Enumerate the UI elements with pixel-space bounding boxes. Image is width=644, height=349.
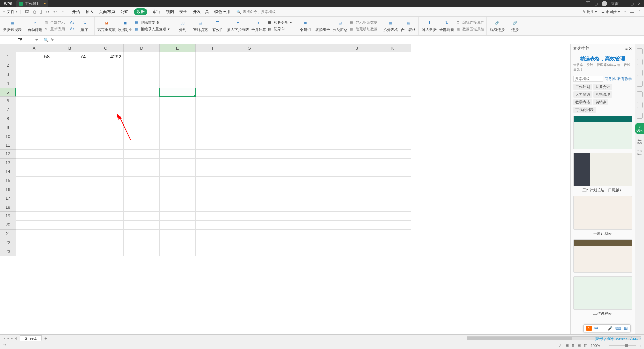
cell[interactable] [303,167,339,176]
cell[interactable] [196,105,231,114]
select-all-corner[interactable] [0,44,16,52]
show-all-button[interactable]: ▥全部显示 [44,20,65,25]
cell[interactable] [196,247,231,256]
record-button[interactable]: ▤记录单 [268,27,292,32]
cell[interactable] [52,194,88,203]
command-search[interactable]: 查找命令、搜索模板 [243,9,276,14]
cell[interactable] [267,230,303,238]
column-header[interactable]: B [52,44,88,52]
cell[interactable] [196,230,231,238]
cell[interactable] [16,123,52,132]
add-sheet-button[interactable]: + [44,336,47,341]
rail-more-icon[interactable] [637,113,643,119]
cell[interactable] [375,150,411,158]
help-icon[interactable]: ? [624,10,626,14]
cell[interactable] [88,203,124,212]
sync-button[interactable]: ☁ 未同步 ▾ [601,9,620,14]
cell[interactable] [88,221,124,230]
cell[interactable] [339,247,375,256]
cell[interactable] [267,114,303,123]
cell[interactable] [52,97,88,105]
cell[interactable] [124,167,160,176]
ime-voice-icon[interactable]: 🎤 [608,326,613,331]
cell[interactable] [375,221,411,230]
cell[interactable] [375,185,411,194]
cell[interactable] [375,230,411,238]
sheet-tab[interactable]: Sheet1 [20,335,42,341]
tab-devtools[interactable]: 开发工具 [193,9,209,15]
sheet-nav-next[interactable]: ▸ [11,336,13,340]
column-header[interactable]: E [160,44,196,52]
formula-input[interactable] [57,36,644,44]
cell[interactable] [52,159,88,167]
sheet-nav-first[interactable]: |◂ [3,336,5,340]
cell[interactable] [231,194,267,203]
row-header[interactable]: 20 [0,220,16,229]
cell[interactable] [303,132,339,141]
cell[interactable] [160,230,196,238]
tab-start[interactable]: 开始 [72,9,80,15]
cell[interactable] [303,150,339,158]
row-header[interactable]: 9 [0,123,16,132]
cell[interactable] [124,230,160,238]
flash-fill-button[interactable]: ▤智能填充 [192,18,208,34]
document-tab[interactable]: 工作簿1 • [16,0,48,7]
cell[interactable] [88,88,124,97]
cell[interactable] [267,79,303,88]
cell[interactable] [16,194,52,203]
ungroup-button[interactable]: ⊟取消组合 [315,18,331,34]
cell[interactable] [124,97,160,105]
cell[interactable] [124,52,160,61]
cell[interactable] [267,177,303,185]
pivot-table-button[interactable]: ▦数据透视表 [3,18,22,34]
cell[interactable] [303,61,339,70]
template-tag[interactable]: 营销管理 [593,91,612,98]
template-card[interactable] [573,239,632,273]
template-tag[interactable]: 工作计划 [573,84,592,90]
cell[interactable] [196,97,231,105]
cell[interactable] [16,238,52,247]
row-header[interactable]: 2 [0,61,16,70]
cell[interactable] [267,105,303,114]
column-header[interactable]: A [16,44,52,52]
row-header[interactable]: 11 [0,141,16,150]
cell[interactable] [16,159,52,167]
cell[interactable] [339,70,375,79]
cell[interactable] [303,212,339,220]
template-tag[interactable]: 财务会计 [593,84,612,90]
cell[interactable] [52,177,88,185]
cell[interactable] [124,88,160,97]
cell[interactable] [124,114,160,123]
cell[interactable] [231,132,267,141]
cell[interactable] [339,132,375,141]
cell[interactable] [88,114,124,123]
refresh-all-button[interactable]: ↻全部刷新 [439,18,455,34]
cell[interactable] [52,132,88,141]
row-header[interactable]: 17 [0,194,16,203]
cell[interactable] [267,141,303,150]
zoom-out-button[interactable]: − [603,344,605,348]
cell[interactable] [160,185,196,194]
cell[interactable] [375,88,411,97]
cell[interactable] [16,167,52,176]
column-header[interactable]: I [303,44,339,52]
cell[interactable] [231,61,267,70]
name-box[interactable]: E5 [0,36,40,44]
cell[interactable] [52,247,88,256]
cell[interactable] [52,203,88,212]
tab-view[interactable]: 视图 [166,9,174,15]
cell[interactable] [339,194,375,203]
cell[interactable] [124,247,160,256]
cell[interactable] [88,150,124,158]
cell[interactable] [303,52,339,61]
cell[interactable] [375,212,411,220]
cell[interactable] [339,61,375,70]
zoom-slider[interactable] [609,345,636,346]
cell[interactable] [196,70,231,79]
cell[interactable] [303,141,339,150]
cell[interactable] [231,123,267,132]
template-search[interactable] [573,76,603,82]
cell[interactable] [16,61,52,70]
cell[interactable] [375,105,411,114]
cell[interactable] [52,167,88,176]
